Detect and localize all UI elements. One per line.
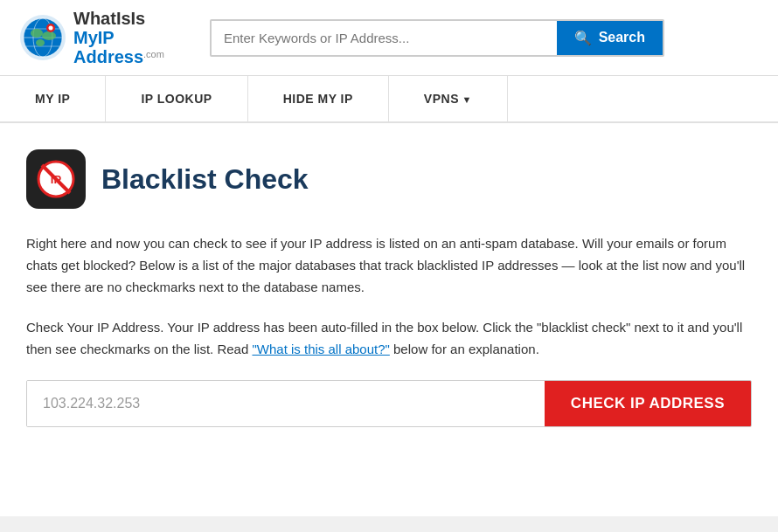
svg-point-7 <box>31 29 43 38</box>
ip-check-row: CHECK IP ADDRESS <box>26 380 752 427</box>
search-button-label: Search <box>599 30 645 45</box>
search-button[interactable]: 🔍 Search <box>557 21 663 55</box>
nav-item-ip-lookup[interactable]: IP LOOKUP <box>106 76 247 121</box>
logo-myip: MyIP <box>73 28 115 47</box>
ip-address-input[interactable] <box>27 381 545 426</box>
main-content: IP Blacklist Check Right here and now yo… <box>0 123 778 516</box>
search-icon: 🔍 <box>574 30 592 46</box>
header: WhatIsIs MyIP Address.com 🔍 Search <box>0 0 778 76</box>
check-ip-button[interactable]: CHECK IP ADDRESS <box>545 381 751 426</box>
logo-whatis: WhatIs <box>73 9 131 28</box>
nav-item-my-ip[interactable]: MY IP <box>0 76 106 121</box>
description-1: Right here and now you can check to see … <box>26 233 752 298</box>
page-title: Blacklist Check <box>101 163 309 196</box>
description-2-suffix: below for an explanation. <box>390 342 539 356</box>
description-2: Check Your IP Address. Your IP address h… <box>26 317 752 361</box>
logo-text: WhatIsIs MyIP Address.com <box>73 9 164 66</box>
svg-point-11 <box>49 26 53 31</box>
logo-address: Address <box>73 47 143 66</box>
main-nav: MY IP IP LOOKUP HIDE MY IP VPNS <box>0 76 778 123</box>
page-header: IP Blacklist Check <box>26 149 752 209</box>
logo-com: .com <box>143 49 164 59</box>
logo-globe-icon <box>17 12 68 63</box>
search-bar: 🔍 Search <box>210 19 664 57</box>
logo: WhatIsIs MyIP Address.com <box>17 9 192 66</box>
nav-item-hide-my-ip[interactable]: HIDE MY IP <box>248 76 389 121</box>
svg-point-8 <box>42 31 56 40</box>
svg-point-9 <box>36 39 45 46</box>
svg-text:IP: IP <box>51 173 62 186</box>
what-is-link[interactable]: "What is this all about?" <box>252 342 389 356</box>
nav-item-vpns[interactable]: VPNS <box>389 76 508 121</box>
blacklist-icon: IP <box>26 149 86 209</box>
search-input[interactable] <box>212 21 557 55</box>
logo-is: Is <box>131 9 146 28</box>
